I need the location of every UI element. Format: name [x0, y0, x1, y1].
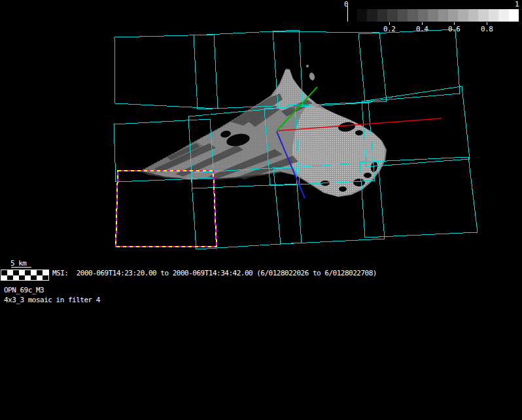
colorbar-step	[418, 9, 428, 22]
asteroid-detached-fragment	[309, 72, 316, 81]
selected-frame-dash-magenta	[116, 171, 217, 247]
colorbar-max-label: 1	[515, 0, 519, 9]
scalebar-cell	[37, 275, 43, 281]
asteroid-detached-fragment	[306, 65, 309, 67]
asteroid-crater-shadow	[353, 179, 365, 186]
colorbar-tick-label: 0.2	[383, 25, 395, 33]
colorbar-step	[398, 9, 408, 22]
colorbar-step	[458, 9, 468, 22]
mosaic-display-viewport[interactable]	[0, 0, 522, 420]
scalebar-cell	[13, 270, 19, 275]
scalebar-underline	[11, 267, 31, 268]
frame-footprint-r0c0	[114, 35, 218, 109]
scalebar-cell	[25, 275, 31, 281]
colorbar-zero-tick	[347, 6, 348, 22]
scalebar-cell	[43, 275, 48, 281]
selected-frame-outline	[116, 171, 217, 247]
selected-frame-dash-yellow	[116, 171, 217, 247]
scalebar-cell	[1, 275, 7, 281]
asteroid-rendering	[140, 65, 387, 197]
msi-time-range-status: MSI: 2000-069T14:23:20.00 to 2000-069T14…	[52, 269, 377, 277]
colorbar-step	[408, 9, 417, 22]
asteroid-crater-shadow	[339, 186, 347, 192]
scalebar-cell	[13, 275, 19, 281]
asteroid-crater-shadow	[364, 173, 372, 178]
scalebar-cell	[7, 270, 13, 275]
colorbar-step	[428, 9, 438, 22]
scalebar-cell	[25, 270, 31, 275]
colorbar-step	[438, 9, 448, 22]
colorbar-tick-label: 0.4	[416, 25, 428, 33]
colorbar-tick-label: 0.6	[448, 25, 460, 33]
colorbar-step	[468, 9, 478, 22]
frame-footprint-r0c3	[358, 29, 460, 101]
asteroid-crater-shadow	[355, 130, 363, 135]
colorbar-tick-label: 0.8	[481, 25, 493, 33]
colorbar-step	[489, 9, 498, 22]
colorbar-step	[387, 9, 397, 22]
scalebar-checkerboard	[1, 270, 49, 281]
scalebar-cell	[19, 270, 25, 275]
colorbar-step	[377, 9, 387, 22]
colorbar-step	[498, 9, 508, 22]
scalebar-cell	[31, 275, 37, 281]
scalebar-cell	[1, 270, 7, 275]
colorbar-step	[367, 9, 377, 22]
application-window: 0 1 0.20.40.60.8 5 km MSI: 2000-069T14:2…	[0, 0, 522, 420]
colorbar-step	[448, 9, 458, 22]
scalebar-cell	[19, 275, 25, 281]
scalebar-cell	[7, 275, 13, 281]
scalebar-cell	[31, 270, 37, 275]
colorbar-step	[509, 9, 519, 22]
sequence-name-label: OPN_69c_M3	[4, 286, 44, 294]
colorbar-gradient	[357, 9, 519, 22]
mosaic-description-label: 4x3_3 mosaic in filter 4	[4, 296, 100, 304]
scalebar-cell	[43, 270, 48, 275]
colorbar-step	[478, 9, 488, 22]
scalebar-cell	[37, 270, 43, 275]
colorbar-step	[357, 9, 367, 22]
